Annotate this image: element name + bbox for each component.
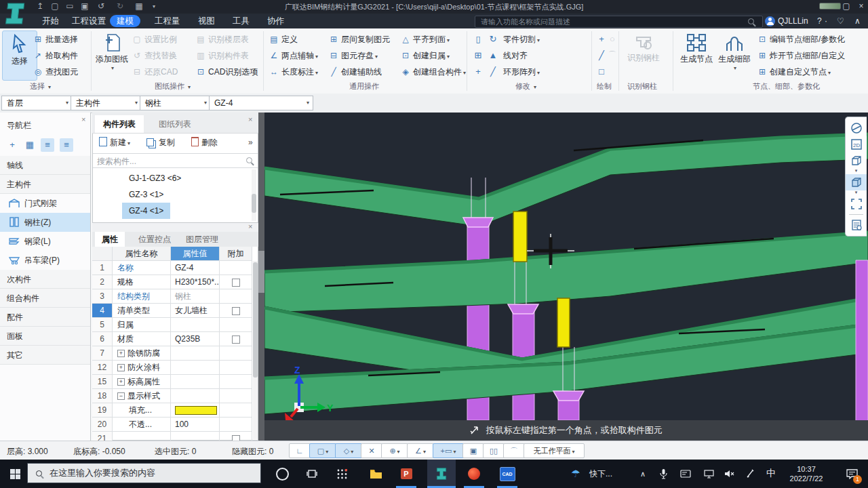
nav-close-icon[interactable]: × (81, 115, 85, 123)
tray-expand-icon[interactable]: ∧ (635, 460, 651, 488)
align-to-face-button[interactable]: △平齐到面▾ (400, 33, 450, 46)
weather-umbrella-icon[interactable]: ☂ (568, 460, 583, 488)
props-scrollbar[interactable] (253, 261, 258, 439)
notification-center-button[interactable]: 1 (841, 460, 863, 488)
find-replace-button[interactable]: ↺查找替换 (132, 49, 177, 62)
tab-collaborate[interactable]: 协作 (260, 15, 291, 27)
table-row[interactable]: 15+标高属性 (92, 375, 252, 389)
recognize-steel-column-button[interactable]: 识别钢柱 (624, 30, 663, 79)
cross-snap-button[interactable]: ✕ (361, 443, 382, 458)
recognize-component-table-button[interactable]: ▥识别构件表 (195, 49, 249, 62)
checkbox[interactable] (232, 279, 240, 287)
selected-steel-column[interactable] (557, 298, 570, 347)
table-row[interactable]: 2规格H230*150*... (92, 275, 252, 289)
device-manager-icon[interactable] (677, 460, 694, 488)
props-header-extra[interactable]: 附加 (220, 247, 252, 261)
display-settings-icon[interactable] (846, 217, 867, 233)
nav-section-combined-components[interactable]: 组合构件 (0, 289, 90, 308)
tab-modeling[interactable]: 建模 (110, 15, 140, 27)
table-row[interactable]: 18−显示样式 (92, 389, 252, 403)
mirror-icon[interactable]: ▲ (487, 49, 499, 62)
arc-tool-icon[interactable]: ⌒ (606, 49, 618, 62)
tab-start[interactable]: 开始 (35, 15, 66, 27)
user-avatar[interactable] (765, 16, 775, 26)
help-icon[interactable]: ? (817, 16, 822, 26)
table-row[interactable]: 7+除锈防腐 (92, 346, 252, 361)
tracking-button[interactable]: +▭▾ (433, 443, 464, 458)
nav-section-accessories[interactable]: 配件 (0, 308, 90, 327)
component-search-icon[interactable] (246, 157, 252, 163)
dual-column-button[interactable]: ▯▯ (483, 443, 505, 458)
grid-view-icon[interactable]: ▦ (23, 138, 37, 152)
nav-item-steel-column[interactable]: 钢柱(Z) (0, 213, 90, 232)
model-canvas[interactable]: Z Y (264, 113, 868, 441)
zoom-fit-icon[interactable] (846, 196, 867, 212)
nav-section-axis[interactable]: 轴线 (0, 156, 90, 175)
create-custom-node-button[interactable]: ⊞创建自定义节点▾ (757, 65, 831, 79)
tab-component-list[interactable]: 构件列表 (95, 115, 144, 133)
table-row[interactable]: 1名称GZ-4 (92, 261, 252, 275)
selected-steel-column[interactable] (513, 211, 527, 262)
expand-icon[interactable]: + (117, 378, 125, 386)
edit-node-detail-button[interactable]: ⊡编辑节点细部/参数化 (757, 33, 845, 46)
nav-section-secondary-components[interactable]: 次构件 (0, 270, 90, 289)
table-row[interactable]: 12+防火涂料 (92, 361, 252, 375)
view-3d-solid-icon[interactable] (846, 174, 867, 190)
nav-section-other[interactable]: 其它 (0, 346, 90, 365)
model-viewport[interactable]: Z Y 按鼠标左键指定第一个角点，或拾取构件图元 2D ▾ ▾ (264, 113, 868, 441)
move-icon[interactable]: + (472, 65, 484, 79)
recognize-floor-table-button[interactable]: ▤识别楼层表 (195, 33, 249, 46)
fill-color-swatch[interactable] (175, 406, 217, 415)
detail-list-view-icon[interactable]: ≡ (60, 138, 73, 152)
file-explorer-button[interactable] (362, 460, 389, 488)
orbit-view-icon[interactable] (846, 120, 867, 136)
two-point-axis-button[interactable]: ∠两点辅轴▾ (269, 49, 318, 62)
table-row[interactable]: 20不透...100 (92, 418, 252, 432)
table-row[interactable]: 5归属 (92, 318, 252, 332)
trim-icon[interactable]: ╱ (487, 65, 499, 79)
component-search-input[interactable]: 搜索构件... (93, 153, 258, 168)
app-grid-button[interactable] (328, 460, 355, 488)
rotate-snap-button[interactable]: ⊕▾ (381, 443, 408, 458)
element-save-button[interactable]: ⊟图元存盘▾ (328, 49, 378, 62)
table-row[interactable]: 6材质Q235B (92, 332, 252, 346)
clock[interactable]: 10:372022/7/22 (783, 460, 830, 488)
arc-mode-button[interactable]: ⌒ (503, 443, 525, 458)
tab-drawing-list[interactable]: 图纸列表 (151, 115, 199, 133)
cad-recognize-options-button[interactable]: ⊡CAD识别选项 (195, 65, 258, 79)
new-axis-icon[interactable]: + (5, 138, 19, 152)
list-item[interactable]: GJ-1-GZ3 <6> (122, 170, 188, 186)
props-header-value[interactable]: 属性值 (171, 247, 220, 261)
define-button[interactable]: ▤定义 (269, 33, 298, 46)
batch-select-button[interactable]: ⊞批量选择 (33, 33, 78, 46)
column-capital[interactable] (553, 391, 584, 401)
cad-app-button[interactable]: CAD (492, 460, 522, 488)
help-caret-icon[interactable]: · (825, 16, 827, 26)
tab-properties[interactable]: 属性 (95, 232, 125, 247)
create-ownership-button[interactable]: ⊡创建归属▾ (400, 49, 450, 62)
floor-selector[interactable]: 首层▾ (1, 96, 73, 110)
nav-section-panels[interactable]: 面板 (0, 327, 90, 346)
expand-icon[interactable]: + (117, 350, 125, 357)
explode-node-detail-button[interactable]: ⊞炸开节点细部/自定义 (757, 49, 845, 62)
powerpoint-button[interactable]: P (392, 460, 420, 488)
props-close-icon[interactable]: × (248, 222, 252, 230)
line-align-button[interactable]: 线对齐 (503, 49, 528, 62)
delete-icon[interactable]: ▯ (472, 33, 484, 46)
snap-box-button[interactable]: ▢▾ (309, 443, 336, 458)
list-view-icon[interactable]: ≡ (41, 138, 54, 152)
new-component-button[interactable]: 新建▾ (99, 136, 130, 149)
set-scale-button[interactable]: ▢设置比例 (132, 33, 177, 46)
select-group-label[interactable]: 选择 ▾ (30, 81, 51, 92)
list-toolbar-more-icon[interactable]: » (248, 138, 253, 147)
props-header-name[interactable]: 属性名称 (113, 247, 171, 261)
list-item-selected[interactable]: GZ-4 <1> (122, 203, 170, 219)
copy-icon[interactable]: ⊞ (472, 49, 484, 62)
table-row-selected[interactable]: 4清单类型女儿墙柱 (92, 304, 252, 318)
steel-column[interactable] (856, 260, 868, 439)
task-view-button[interactable] (298, 460, 326, 488)
column-capital[interactable] (463, 218, 493, 227)
ring-array-button[interactable]: 环形阵列▾ (503, 65, 540, 79)
close-window-icon[interactable]: × (854, 1, 868, 11)
workplane-selector[interactable]: 无工作平面▾ (524, 443, 585, 458)
